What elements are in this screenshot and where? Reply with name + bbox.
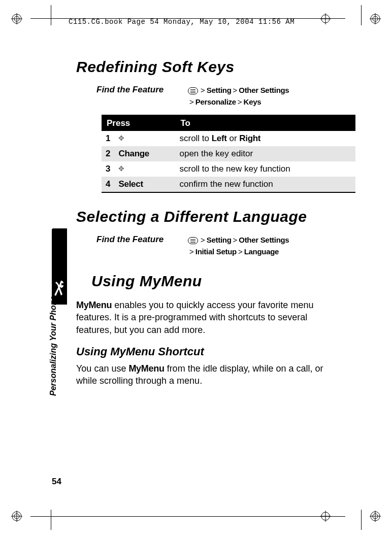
paragraph: You can use MyMenu from the idle display… [76, 362, 344, 387]
crop-line [361, 5, 362, 25]
find-feature-row: Find the Feature >Setting>Other Settings… [96, 85, 344, 108]
registration-mark-icon [370, 13, 381, 24]
crop-line [51, 5, 51, 25]
paragraph: MyMenu enables you to quickly access you… [76, 299, 344, 336]
find-feature-path: >Setting>Other Settings >Initial Setup>L… [188, 235, 289, 257]
crop-line [30, 516, 345, 517]
table-row: 1 scroll to Left or Right [102, 131, 355, 146]
registration-mark-icon [11, 511, 22, 522]
menu-icon [188, 87, 198, 94]
registration-mark-icon [11, 13, 22, 24]
table-row: 3 scroll to the new key function [102, 161, 355, 177]
subheading-mymenu-shortcut: Using MyMenu Shortcut [76, 345, 344, 358]
steps-table: Press To 1 scroll to Left or Right 2 Cha… [102, 115, 355, 193]
table-head-to: To [175, 115, 355, 131]
nav-key-icon [118, 165, 126, 174]
crop-target-icon [320, 511, 331, 522]
find-feature-path: >Setting>Other Settings >Personalize>Key… [188, 85, 289, 108]
heading-using-mymenu: Using MyMenu [91, 273, 344, 290]
nav-key-icon [118, 135, 126, 143]
menu-icon [188, 237, 198, 244]
crop-line [361, 510, 362, 530]
find-feature-row: Find the Feature >Setting>Other Settings… [96, 235, 344, 257]
page: C115.CG.book Page 54 Monday, May 10, 200… [0, 0, 392, 535]
registration-mark-icon [370, 511, 381, 522]
heading-redefining-soft-keys: Redefining Soft Keys [76, 58, 344, 76]
find-feature-label: Find the Feature [96, 235, 188, 257]
side-section-label: Personalizing Your Phone [49, 296, 58, 396]
header-file-info: C115.CG.book Page 54 Monday, May 10, 200… [69, 18, 295, 26]
heading-selecting-language: Selecting a Different Language [76, 208, 344, 225]
crop-target-icon [320, 13, 331, 24]
crop-line [51, 510, 51, 530]
table-row: 4 Select confirm the new function [102, 177, 355, 192]
page-number: 54 [52, 477, 61, 487]
find-feature-label: Find the Feature [96, 85, 188, 108]
table-row: 2 Change open the key editor [102, 146, 355, 161]
side-tab [52, 228, 67, 305]
table-head-press: Press [102, 115, 175, 131]
